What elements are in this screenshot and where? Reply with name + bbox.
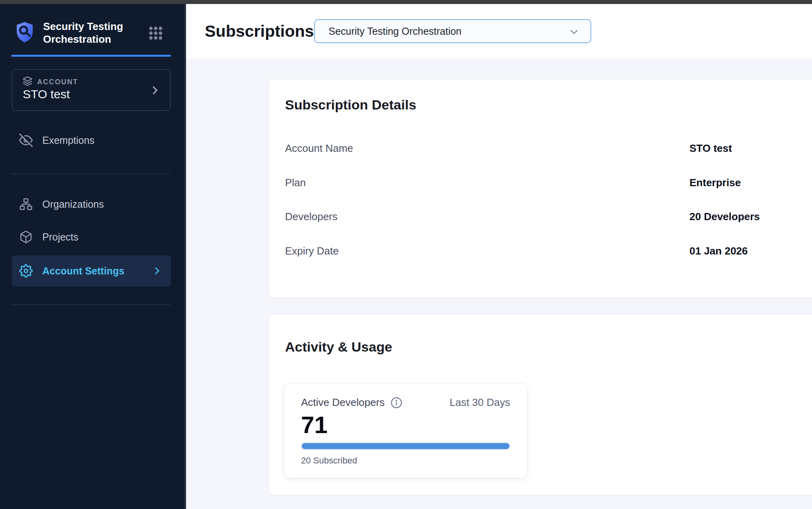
activity-usage-title: Activity & Usage (285, 339, 392, 355)
module-select-value: Security Testing Orchestration (329, 26, 461, 37)
eye-off-icon (19, 133, 33, 147)
main-content: Subscription Details Account Name STO te… (186, 59, 812, 509)
sidebar-item-label: Account Settings (42, 265, 125, 277)
sidebar-item-label: Organizations (42, 199, 104, 210)
account-scope-card[interactable]: ACCOUNT STO test (12, 69, 170, 111)
sidebar-divider (11, 304, 171, 305)
stat-period: Last 30 Days (450, 396, 510, 409)
sidebar: Security Testing Orchestration ACCOUNT S… (0, 4, 186, 509)
org-chart-icon (19, 197, 33, 211)
subscribed-count: 20 Subscribed (301, 455, 510, 466)
sidebar-item-exemptions[interactable]: Exemptions (12, 129, 171, 151)
detail-value: STO test (689, 141, 732, 155)
sidebar-item-label: Projects (42, 231, 78, 243)
sto-shield-logo-icon (15, 21, 34, 44)
detail-label: Expiry Date (285, 244, 339, 258)
detail-value: Enterprise (689, 176, 741, 189)
sidebar-item-organizations[interactable]: Organizations (12, 193, 171, 215)
sidebar-divider (11, 174, 171, 174)
sidebar-item-label: Exemptions (42, 135, 95, 146)
module-select-dropdown[interactable]: Security Testing Orchestration (314, 19, 591, 43)
active-developers-count: 71 (301, 412, 510, 438)
activity-usage-card: Activity & Usage Active Developers Last … (269, 314, 812, 495)
chevron-right-icon (149, 85, 160, 96)
gear-icon (19, 264, 33, 278)
page-header: Subscriptions Security Testing Orchestra… (186, 4, 812, 59)
layers-icon (22, 76, 33, 86)
chevron-down-icon (568, 26, 580, 38)
chevron-right-icon (152, 266, 162, 276)
detail-label: Plan (285, 176, 306, 189)
sidebar-item-account-settings[interactable]: Account Settings (12, 255, 171, 286)
usage-progress-track (301, 442, 510, 450)
detail-label: Account Name (285, 141, 353, 155)
screen: Security Testing Orchestration ACCOUNT S… (0, 0, 812, 509)
subscription-details-title: Subscription Details (285, 97, 416, 113)
account-scope-label: ACCOUNT (37, 78, 78, 86)
module-accent-line (11, 55, 171, 57)
stat-label: Active Developers (301, 396, 385, 409)
app-title: Security Testing Orchestration (43, 20, 139, 46)
info-icon[interactable] (390, 397, 402, 409)
detail-value: 20 Developers (689, 210, 760, 223)
page-title: Subscriptions (205, 22, 314, 41)
account-name: STO test (23, 87, 70, 101)
detail-value: 01 Jan 2026 (689, 244, 748, 258)
cube-icon (19, 230, 33, 244)
usage-progress-bar (302, 443, 509, 449)
window-top-strip (0, 0, 812, 4)
sidebar-item-projects[interactable]: Projects (12, 226, 171, 248)
active-developers-stat-card: Active Developers Last 30 Days 71 20 Sub… (284, 383, 527, 478)
subscription-details-card: Subscription Details Account Name STO te… (269, 79, 812, 298)
module-grid-icon[interactable] (149, 26, 163, 40)
detail-label: Developers (285, 210, 338, 223)
